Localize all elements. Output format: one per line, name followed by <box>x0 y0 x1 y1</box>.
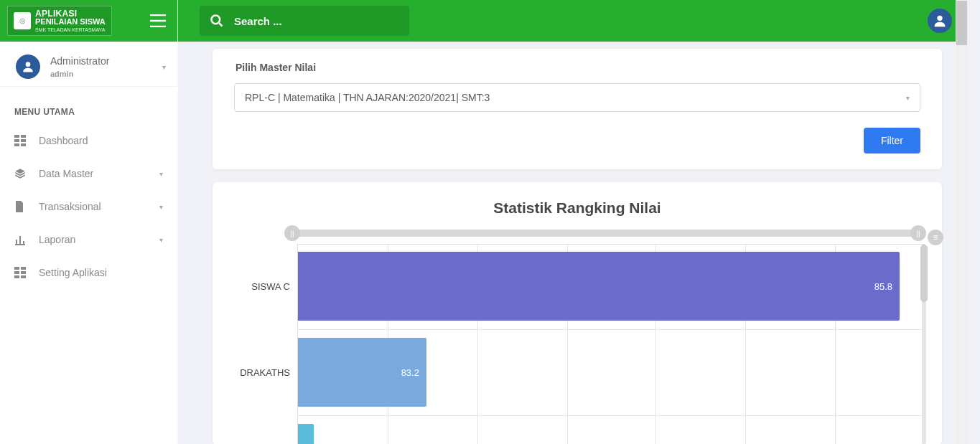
sidebar-item-label: Dashboard <box>39 135 88 146</box>
brand-line2: PENILAIAN SISWA <box>35 18 106 27</box>
sidebar-item-label: Setting Aplikasi <box>39 267 107 278</box>
chart-scrollbar[interactable] <box>920 245 928 444</box>
sidebar-item-data-master[interactable]: Data Master ▾ <box>0 157 177 190</box>
svg-rect-4 <box>21 135 26 138</box>
svg-rect-11 <box>21 271 26 274</box>
bar-drakaths[interactable]: 83.2 <box>298 338 426 407</box>
brand-line3: SMK TELADAN KERTASMAYA <box>35 27 106 32</box>
sidebar-item-label: Transaksional <box>39 201 101 212</box>
caret-down-icon: ▾ <box>159 203 163 211</box>
sidebar-item-transaksional[interactable]: Transaksional ▾ <box>0 190 177 223</box>
scrollbar-thumb[interactable] <box>956 1 967 45</box>
top-avatar-icon[interactable] <box>928 9 952 33</box>
svg-rect-6 <box>21 143 26 146</box>
caret-down-icon: ▾ <box>162 63 166 71</box>
filter-card: Pilih Master Nilai RPL-C | Matematika | … <box>213 49 942 169</box>
sidebar-item-setting[interactable]: Setting Aplikasi <box>0 256 177 289</box>
bar-value: 85.8 <box>874 281 892 292</box>
svg-rect-1 <box>14 135 19 138</box>
svg-rect-5 <box>21 139 26 142</box>
y-label-1: DRAKATHS <box>240 367 290 378</box>
nav-list: Dashboard Data Master ▾ Transaksional ▾ … <box>0 124 177 289</box>
plot-area: 85.8 83.2 <box>297 244 925 444</box>
brand-logo[interactable]: ◎ APLIKASI PENILAIAN SISWA SMK TELADAN K… <box>7 6 112 36</box>
main: Pilih Master Nilai RPL-C | Matematika | … <box>178 0 968 444</box>
slider-menu-icon[interactable]: ≡ <box>928 230 943 245</box>
grid-icon <box>14 135 26 146</box>
document-icon <box>14 201 26 212</box>
avatar-icon <box>16 55 40 79</box>
menu-section-title: MENU UTAMA <box>0 87 177 124</box>
caret-down-icon: ▾ <box>159 170 163 178</box>
slider-handle-left-icon[interactable]: || <box>284 225 300 241</box>
master-nilai-select[interactable]: RPL-C | Matematika | THN AJARAN:2020/202… <box>234 83 920 112</box>
svg-rect-10 <box>21 267 26 270</box>
page-scrollbar[interactable]: ▴ <box>956 0 968 444</box>
chart-body: SISWA C DRAKATHS 85.8 <box>230 244 925 444</box>
svg-rect-7 <box>14 267 19 270</box>
svg-point-13 <box>212 16 220 24</box>
range-slider[interactable]: || || ≡ <box>291 230 919 237</box>
search-icon <box>210 14 224 28</box>
y-label-0: SISWA C <box>251 281 290 292</box>
y-axis-labels: SISWA C DRAKATHS <box>230 244 297 444</box>
chart-title: Statistik Rangking Nilai <box>230 199 925 217</box>
sidebar-item-label: Laporan <box>39 234 75 245</box>
svg-point-0 <box>26 62 31 67</box>
caret-down-icon: ▾ <box>906 94 910 102</box>
brand-text: APLIKASI PENILAIAN SISWA SMK TELADAN KER… <box>35 9 106 32</box>
user-role: admin <box>50 70 152 78</box>
slider-handle-right-icon[interactable]: || <box>910 225 926 241</box>
search-input[interactable] <box>234 15 399 27</box>
bar-siswa-c[interactable]: 85.8 <box>298 252 900 321</box>
topbar <box>178 0 968 42</box>
filter-button[interactable]: Filter <box>864 128 920 153</box>
sidebar: ◎ APLIKASI PENILAIAN SISWA SMK TELADAN K… <box>0 0 178 444</box>
svg-rect-2 <box>14 139 19 142</box>
svg-rect-8 <box>14 271 19 274</box>
svg-point-14 <box>937 16 942 21</box>
select-value: RPL-C | Matematika | THN AJARAN:2020/202… <box>245 92 490 103</box>
sidebar-item-laporan[interactable]: Laporan ▾ <box>0 223 177 256</box>
user-block[interactable]: Administrator admin ▾ <box>0 42 177 87</box>
layers-icon <box>14 168 26 179</box>
user-name: Administrator <box>50 55 152 67</box>
svg-rect-12 <box>21 275 26 278</box>
search-box[interactable] <box>200 6 409 36</box>
content-area: Pilih Master Nilai RPL-C | Matematika | … <box>178 42 968 444</box>
brand-bar: ◎ APLIKASI PENILAIAN SISWA SMK TELADAN K… <box>0 0 177 42</box>
grid-icon <box>14 267 26 278</box>
chart-card: Statistik Rangking Nilai || || ≡ SISWA C… <box>213 182 942 444</box>
bar-value: 83.2 <box>401 367 419 378</box>
hamburger-icon[interactable] <box>150 14 166 27</box>
bar-chart-icon <box>14 234 26 245</box>
bar-partial-next[interactable] <box>298 424 314 444</box>
svg-rect-3 <box>14 143 19 146</box>
sidebar-item-label: Data Master <box>39 168 93 179</box>
filter-label: Pilih Master Nilai <box>235 62 920 73</box>
sidebar-item-dashboard[interactable]: Dashboard <box>0 124 177 157</box>
caret-down-icon: ▾ <box>159 236 163 244</box>
brand-emblem-icon: ◎ <box>14 12 31 29</box>
svg-rect-9 <box>14 275 19 278</box>
